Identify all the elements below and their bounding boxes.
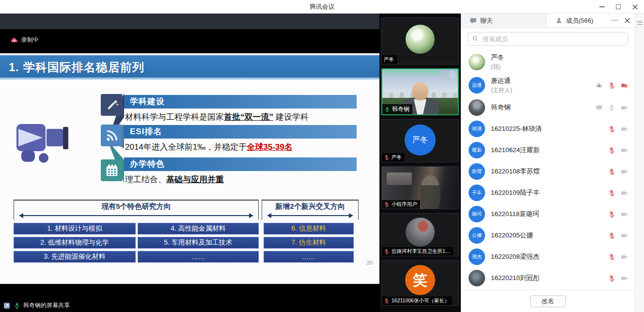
close-button[interactable] [628,1,641,12]
rename-button[interactable]: 改名 [530,296,566,307]
table-cell: 5. 车用材料及加工技术 [138,237,259,249]
slide-page-number: 20 [367,260,373,265]
member-name: 16220109陆子丰 [491,188,608,197]
panel-footer: 改名 [461,290,635,312]
participant-name: 严冬 [384,56,394,63]
participant-name: 严冬 [392,154,402,161]
body-em: 全球35-39名 [247,142,292,152]
avatar: 耀新 [469,142,485,158]
participant-name: 小程序用户 [392,201,417,208]
rss-icon [101,125,123,146]
video-thumbnail[interactable]: 严冬 [381,17,459,64]
table-cell: 2. 低维材料物理与化学 [14,237,136,249]
mic-muted-icon [608,82,615,89]
more-options-icon[interactable] [611,16,619,26]
avatar [406,25,435,54]
camera-off-icon [621,232,628,239]
avatar: 严冬 [405,125,436,156]
body-text: 材料科学与工程学科是国家 [125,112,224,122]
body-em: 首批“双一流” [224,112,273,122]
section-body-1: 材料科学与工程学科是国家首批“双一流” 建设学科 [125,111,372,123]
camera-off-icon [621,253,628,261]
avatar [469,54,485,70]
double-arrow [268,215,352,216]
minimize-button[interactable] [596,1,608,12]
member-row[interactable]: 严冬 (我) [461,50,635,74]
participant-name: 韩奇钢 [392,105,409,113]
person-icon [555,17,563,24]
share-status-label: 韩奇钢的屏幕共享 [23,301,70,310]
camera-on-icon [621,104,628,111]
member-row[interactable]: 琰清 16210225-林琰清 [461,118,635,140]
member-row[interactable]: 耀新 16210624汪耀新 [461,140,635,161]
tab-chat[interactable]: 聊天 [461,14,547,28]
avatar: 公娜 [469,227,485,244]
share-status-bar: 韩奇钢的屏幕共享 [3,301,70,310]
participant-name: 16211006张小可（家长） [392,297,449,304]
member-row[interactable]: 16220210刘冠彤 [461,267,635,289]
camera-off-icon [621,211,628,218]
member-row[interactable]: 璐珂 16220118裴璐珂 [461,203,635,225]
camera-off-icon [621,189,628,197]
search-input[interactable] [482,35,624,43]
members-panel: 聊天 成员(566) [461,14,635,312]
recording-label: 录制中 [21,36,39,44]
member-list: 严冬 (我) 运通 唐运通 (主持人) [461,50,635,289]
member-row[interactable]: 苏熠 16220108李苏熠 [461,161,635,182]
table-cell: …… [138,251,259,263]
section-header-3: 办学特色 [124,157,357,171]
close-panel-icon[interactable] [625,17,630,25]
member-search-box[interactable] [468,32,628,46]
window-titlebar: 腾讯会议 [0,0,644,14]
video-thumbnail-column: 严冬 韩奇钢 严冬 严冬 [379,14,461,312]
mic-muted-icon [384,249,390,254]
member-name: 16220210刘冠彤 [491,274,608,282]
mic-muted-icon [608,147,615,154]
table-cell: 3. 先进能源催化材料 [14,251,136,263]
table-row: 1. 材料设计与模拟 4. 高性能金属材料 6. 信息材料 [14,223,359,234]
screen-share-icon [3,302,11,310]
member-role: (主持人) [491,86,596,94]
video-overlay-text [384,71,441,72]
body-text: 建设学科 [273,112,309,122]
video-thumbnail-active-speaker[interactable]: 韩奇钢 [381,68,459,115]
avatar: 琰清 [469,121,485,137]
video-thumbnail[interactable]: 严冬 严冬 [381,119,459,162]
avatar: 子丰 [469,185,485,201]
hamburger-icon[interactable] [637,19,643,26]
mic-muted-icon [608,125,615,133]
share-top-strip [0,14,379,29]
participant-name: 岔路河村李宝昌卫生所1… [392,248,450,255]
video-thumbnail[interactable]: 笑 16211006张小可（家长） [381,260,459,306]
mic-muted-icon [384,298,390,304]
chat-icon [470,17,477,24]
section-header-2: ESI排名 [124,125,357,139]
slide-title: 1. 学科国际排名稳居前列 [9,60,144,75]
search-icon [472,35,479,42]
section-header-1: 学科建设 [124,95,357,109]
window-title: 腾讯会议 [0,0,644,14]
mic-on-icon [608,104,615,111]
mic-muted-icon [384,155,390,160]
body-text: 2014年进入全球前1‰，并稳定于 [125,142,247,152]
video-thumbnail[interactable]: 小程序用户 [381,166,459,209]
sidebar-collapse-strip [635,14,644,312]
member-row[interactable]: 运通 唐运通 (主持人) [461,74,635,97]
tab-label: 成员(566) [566,16,593,25]
member-name: 16220205公娜 [491,231,608,240]
member-row[interactable]: 韩奇钢 [461,97,635,118]
member-row[interactable]: 公娜 16220205公娜 [461,225,635,246]
mic-muted-icon [608,253,615,261]
table-row: 2. 低维材料物理与化学 5. 车用材料及加工技术 7. 仿生材料 [14,237,359,249]
mic-muted-icon [608,211,615,218]
tab-members[interactable]: 成员(566) [547,14,635,28]
tab-label: 聊天 [480,16,493,25]
maximize-button[interactable] [612,1,625,12]
member-row[interactable]: 强杰 16220208梁强杰 [461,246,635,267]
video-thumbnail[interactable]: 岔路河村李宝昌卫生所1… [381,213,459,256]
member-row[interactable]: 子丰 16220109陆子丰 [461,182,635,203]
double-arrow [20,215,252,216]
mic-on-icon [14,302,20,309]
tencent-meeting-window: 腾讯会议 录制中 1. 学科国际排名稳居前列 [0,0,644,312]
avatar: 笑 [405,265,435,295]
